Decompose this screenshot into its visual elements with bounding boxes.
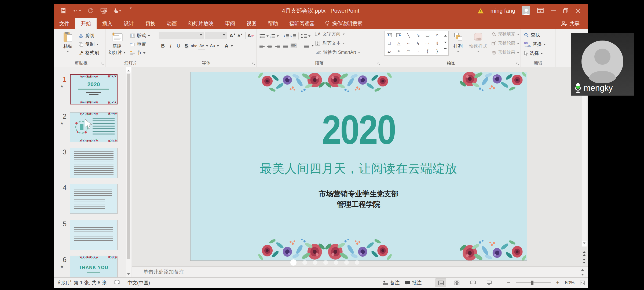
- smartart-dropdown[interactable]: [358, 52, 360, 54]
- thumbnail-scrollbar-thumb[interactable]: [127, 74, 130, 259]
- shape-down-arrow-icon[interactable]: ⇩: [435, 41, 439, 46]
- minimize-button[interactable]: [551, 10, 556, 11]
- shape-outline-button[interactable]: 形状轮廓: [492, 41, 519, 46]
- notes-pane[interactable]: 单击此处添加备注: [132, 266, 588, 277]
- tab-file[interactable]: 文件: [54, 18, 75, 29]
- layout-button[interactable]: 版式: [130, 32, 150, 39]
- font-name-combobox[interactable]: [159, 32, 204, 39]
- notes-scroll-up[interactable]: [581, 268, 584, 271]
- bold-button[interactable]: B: [159, 42, 166, 49]
- shapes-gallery[interactable]: A A ╲ ↘ ▭ ○ □ △ ⌐ ↳ ⇨ ⇩ ▱ ≈ ◠ ~ {: [384, 31, 449, 56]
- slide-thumbnail-5[interactable]: [70, 220, 118, 250]
- notes-toggle-button[interactable]: 备注: [383, 280, 400, 286]
- copy-button[interactable]: 复制: [79, 41, 98, 47]
- undo-icon[interactable]: [73, 7, 81, 14]
- clear-formatting-button[interactable]: A: [247, 32, 254, 39]
- align-text-button[interactable]: 对齐文本: [315, 40, 345, 46]
- shape-rounded-rectangle-icon[interactable]: □: [388, 41, 391, 46]
- numbering-dropdown[interactable]: [277, 35, 279, 38]
- slide-thumbnail-6[interactable]: THANK YOU: [70, 256, 118, 277]
- tab-animations[interactable]: 动画: [161, 18, 182, 29]
- slide-thumbnail-1[interactable]: 2020: [70, 74, 118, 104]
- quick-styles-dropdown[interactable]: [477, 51, 479, 53]
- align-right-icon[interactable]: [275, 44, 280, 48]
- line-spacing-dropdown[interactable]: [308, 35, 310, 38]
- zoom-level[interactable]: 60%: [565, 280, 575, 286]
- font-size-combobox[interactable]: [205, 32, 227, 39]
- shape-oval-icon[interactable]: ○: [436, 33, 438, 38]
- convert-to-smartart-button[interactable]: 转换为 SmartArt: [315, 49, 360, 55]
- shape-vertical-textbox-icon[interactable]: A: [396, 33, 401, 37]
- bullets-dropdown[interactable]: [266, 35, 269, 38]
- normal-view-button[interactable]: [436, 278, 446, 287]
- new-slide-button[interactable]: 新建 幻灯片: [107, 30, 127, 59]
- decrease-font-size-button[interactable]: A▼: [237, 32, 244, 39]
- shape-triangle-icon[interactable]: △: [397, 41, 400, 46]
- undo-dropdown[interactable]: [79, 10, 81, 13]
- font-color-dropdown[interactable]: [231, 45, 233, 48]
- new-slide-dropdown[interactable]: [123, 52, 126, 55]
- strikethrough-button[interactable]: abc: [191, 42, 197, 49]
- align-center-icon[interactable]: [267, 44, 273, 48]
- restore-button[interactable]: [563, 8, 568, 13]
- paragraph-dialog-launcher[interactable]: [378, 63, 380, 66]
- close-button[interactable]: [575, 8, 581, 13]
- increase-indent-icon[interactable]: [290, 34, 296, 38]
- shape-left-brace-icon[interactable]: {: [427, 49, 428, 54]
- replace-dropdown[interactable]: [544, 44, 546, 46]
- shape-right-arrow-icon[interactable]: ⇨: [426, 41, 429, 46]
- select-button[interactable]: 选择: [524, 50, 543, 56]
- shape-fill-button[interactable]: 形状填充: [492, 31, 519, 37]
- arrange-dropdown[interactable]: [457, 51, 459, 53]
- notes-scroll-down[interactable]: [581, 274, 584, 277]
- shape-elbow-arrow-icon[interactable]: ↳: [416, 41, 420, 46]
- share-button[interactable]: 共享: [553, 18, 588, 29]
- tab-foxit-reader[interactable]: 福昕阅读器: [284, 18, 320, 29]
- thumbnail-panel-scrollbar[interactable]: [126, 67, 131, 277]
- slide-thumbnail-3[interactable]: [70, 148, 118, 178]
- shape-arc-icon[interactable]: ◠: [407, 49, 410, 54]
- tab-insert[interactable]: 插入: [97, 18, 118, 29]
- tab-slideshow[interactable]: 幻灯片放映: [182, 18, 219, 29]
- touch-mouse-mode-icon[interactable]: [113, 7, 121, 14]
- shapes-scroll-up[interactable]: [442, 31, 448, 39]
- slide-sorter-view-button[interactable]: [452, 278, 462, 287]
- arrange-button[interactable]: 排列: [450, 30, 466, 59]
- reset-button[interactable]: 重置: [130, 41, 146, 47]
- shape-textbox-icon[interactable]: A: [387, 33, 392, 37]
- tab-help[interactable]: 帮助: [262, 18, 284, 29]
- shape-rectangle-icon[interactable]: ▭: [426, 33, 430, 38]
- columns-icon[interactable]: [304, 44, 309, 48]
- language-indicator[interactable]: 中文(中国): [127, 280, 150, 286]
- account-user-name[interactable]: ming fang: [491, 8, 515, 14]
- start-slideshow-icon[interactable]: [100, 7, 108, 14]
- customize-quick-access-icon[interactable]: [127, 7, 135, 14]
- slide-canvas[interactable]: 2020 最美人间四月天，让阅读在云端绽放 市场营销专业学生党支部 管理工程学院: [190, 72, 527, 261]
- reading-view-button[interactable]: [468, 278, 478, 287]
- copy-dropdown[interactable]: [96, 44, 98, 46]
- drawing-dialog-launcher[interactable]: [516, 63, 519, 66]
- touch-mode-dropdown[interactable]: [119, 10, 121, 13]
- shape-effects-button[interactable]: 形状效果: [492, 50, 519, 55]
- change-case-button[interactable]: Aa: [209, 42, 216, 49]
- tab-design[interactable]: 设计: [118, 18, 140, 29]
- text-direction-button[interactable]: A 文字方向: [315, 31, 345, 37]
- shape-arrow-icon[interactable]: ↘: [416, 33, 420, 38]
- shape-scribble-icon[interactable]: ≈: [398, 49, 400, 54]
- comments-toggle-button[interactable]: 批注: [405, 280, 422, 286]
- line-spacing-icon[interactable]: [301, 34, 307, 38]
- slide-thumbnail-4[interactable]: [70, 184, 118, 214]
- clipboard-dialog-launcher[interactable]: [101, 63, 104, 66]
- shape-outline-dropdown[interactable]: [517, 43, 519, 45]
- slide-scroll-down[interactable]: [582, 241, 587, 247]
- bullets-icon[interactable]: [259, 34, 265, 38]
- tab-home[interactable]: 开始: [75, 18, 97, 29]
- warning-icon[interactable]: [478, 8, 484, 13]
- character-spacing-dropdown[interactable]: [206, 45, 208, 48]
- text-shadow-button[interactable]: S: [183, 42, 190, 49]
- paste-button[interactable]: 粘贴: [59, 30, 76, 59]
- replace-button[interactable]: ab→ac 替换: [524, 41, 546, 47]
- underline-button[interactable]: U: [175, 42, 182, 49]
- tab-transitions[interactable]: 切换: [140, 18, 161, 29]
- select-dropdown[interactable]: [541, 53, 543, 55]
